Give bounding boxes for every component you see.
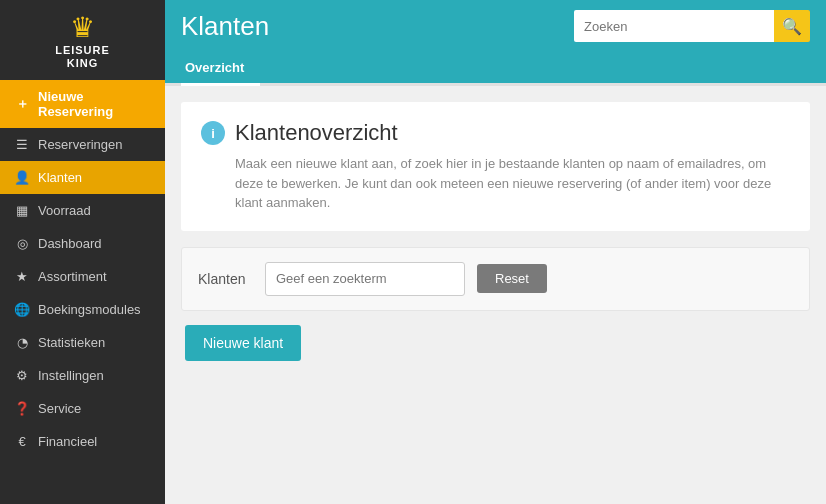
sidebar-item-label: Statistieken: [38, 335, 105, 350]
sidebar-item-statistics[interactable]: ◔ Statistieken: [0, 326, 165, 359]
chart-icon: ◔: [14, 335, 30, 350]
sidebar-item-label: Boekingsmodules: [38, 302, 141, 317]
main-area: Klanten 🔍 Overzicht i Klantenoverzicht M…: [165, 0, 826, 504]
globe-icon: 🌐: [14, 302, 30, 317]
sidebar-item-reservations[interactable]: ☰ Reserveringen: [0, 128, 165, 161]
info-card-header: i Klantenoverzicht: [201, 120, 790, 146]
sidebar-item-label: Voorraad: [38, 203, 91, 218]
logo-area: ♛ LEISUREKING: [0, 0, 165, 80]
filter-label: Klanten: [198, 271, 253, 287]
action-row: Nieuwe klant: [181, 311, 810, 375]
dashboard-icon: ◎: [14, 236, 30, 251]
info-card-description: Maak een nieuwe klant aan, of zoek hier …: [235, 154, 790, 213]
question-icon: ❓: [14, 401, 30, 416]
euro-icon: €: [14, 434, 30, 449]
sidebar-item-dashboard[interactable]: ◎ Dashboard: [0, 227, 165, 260]
people-icon: 👤: [14, 170, 30, 185]
filter-row: Klanten Reset: [181, 247, 810, 311]
sidebar-item-inventory[interactable]: ▦ Voorraad: [0, 194, 165, 227]
reset-button[interactable]: Reset: [477, 264, 547, 293]
page-title: Klanten: [181, 11, 562, 42]
sidebar-item-label: Nieuwe Reservering: [38, 89, 151, 119]
tab-bar: Overzicht: [165, 52, 826, 86]
sidebar-item-settings[interactable]: ⚙ Instellingen: [0, 359, 165, 392]
info-icon: i: [201, 121, 225, 145]
sidebar-item-label: Financieel: [38, 434, 97, 449]
sidebar-item-new-reservation[interactable]: ＋ Nieuwe Reservering: [0, 80, 165, 128]
info-card-title: Klantenoverzicht: [235, 120, 398, 146]
sidebar-item-label: Klanten: [38, 170, 82, 185]
sidebar-item-label: Reserveringen: [38, 137, 123, 152]
sidebar-item-label: Dashboard: [38, 236, 102, 251]
gear-icon: ⚙: [14, 368, 30, 383]
crown-icon: ♛: [70, 14, 95, 42]
sidebar-item-label: Instellingen: [38, 368, 104, 383]
sidebar-item-label: Assortiment: [38, 269, 107, 284]
list-icon: ☰: [14, 137, 30, 152]
info-card: i Klantenoverzicht Maak een nieuwe klant…: [181, 102, 810, 231]
search-button[interactable]: 🔍: [774, 10, 810, 42]
filter-input[interactable]: [265, 262, 465, 296]
tab-overview[interactable]: Overzicht: [181, 52, 260, 86]
plus-icon: ＋: [14, 95, 30, 113]
new-customer-button[interactable]: Nieuwe klant: [185, 325, 301, 361]
logo-text: LEISUREKING: [55, 44, 110, 70]
sidebar: ♛ LEISUREKING ＋ Nieuwe Reservering ☰ Res…: [0, 0, 165, 504]
page-content: i Klantenoverzicht Maak een nieuwe klant…: [165, 86, 826, 504]
inventory-icon: ▦: [14, 203, 30, 218]
star-icon: ★: [14, 269, 30, 284]
sidebar-item-booking-modules[interactable]: 🌐 Boekingsmodules: [0, 293, 165, 326]
sidebar-item-service[interactable]: ❓ Service: [0, 392, 165, 425]
sidebar-item-financial[interactable]: € Financieel: [0, 425, 165, 458]
sidebar-item-clients[interactable]: 👤 Klanten: [0, 161, 165, 194]
sidebar-item-label: Service: [38, 401, 81, 416]
search-input[interactable]: [574, 10, 774, 42]
page-header: Klanten 🔍: [165, 0, 826, 52]
sidebar-item-assortment[interactable]: ★ Assortiment: [0, 260, 165, 293]
